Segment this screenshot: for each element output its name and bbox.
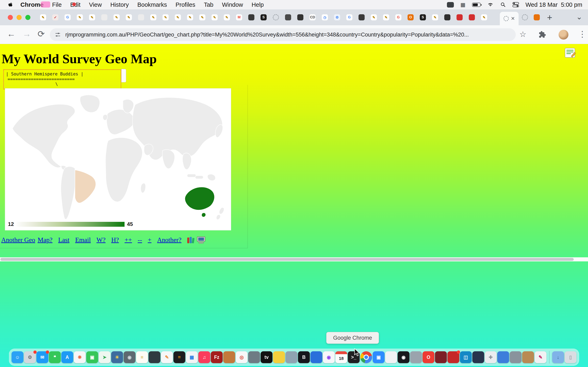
dock-chrome-icon[interactable] [360, 351, 372, 363]
tab-search-chevron-icon[interactable]: ⌄ [576, 13, 582, 21]
bookmark-star-icon[interactable]: ☆ [519, 30, 526, 39]
tab-check[interactable]: ✓ [52, 14, 58, 20]
dock-yellow-app-icon[interactable] [273, 351, 285, 363]
tab-dark[interactable] [444, 14, 450, 20]
dock-downloads-folder-icon[interactable]: ↓ [552, 351, 564, 363]
dock-apple-tv-icon[interactable]: tv [261, 351, 273, 363]
dock-music-icon[interactable]: ♫ [199, 351, 210, 363]
dock-photos-icon[interactable]: ❋ [74, 351, 86, 363]
apple-menu-icon[interactable] [8, 2, 13, 7]
forward-button[interactable]: → [22, 29, 31, 39]
back-button[interactable]: ← [7, 29, 16, 39]
dock-bbedit-icon[interactable]: B [298, 351, 310, 363]
menu-clock[interactable]: Wed 18 Mar 5:00 pm [526, 1, 582, 8]
spotlight-search-icon[interactable] [500, 2, 506, 8]
wifi-icon[interactable] [487, 2, 494, 7]
grid-menu-icon[interactable]: ▦ [460, 2, 466, 8]
dock-trash-icon[interactable]: ▯ [565, 351, 577, 363]
horizontal-scrollbar[interactable] [0, 257, 588, 261]
map-country-australia[interactable] [185, 187, 214, 210]
tab-pen[interactable]: ✎ [371, 14, 377, 20]
link---[interactable]: -- [138, 236, 142, 244]
dock-calendar-icon[interactable]: 18 [336, 351, 347, 363]
dock-filezilla-icon[interactable]: Fz [211, 351, 223, 363]
dock-dictionary-icon[interactable] [149, 351, 160, 363]
dock-mail-icon[interactable]: ✉ [36, 351, 48, 363]
input-source-icon[interactable] [447, 2, 454, 8]
tab-pen[interactable]: ✎ [126, 14, 132, 20]
dock-keynote-icon[interactable]: ▦ [186, 351, 198, 363]
tab-dark[interactable] [248, 14, 254, 20]
address-bar[interactable]: rjmprogramming.com.au/PHP/GeoChart/geo_c… [50, 28, 516, 41]
profile-avatar[interactable] [559, 30, 568, 40]
tab-dark[interactable] [359, 14, 365, 20]
dock-red-black-app-icon[interactable] [448, 351, 459, 363]
menu-app-name[interactable]: Chrome [20, 1, 43, 8]
tab-google[interactable]: G [395, 14, 401, 20]
site-settings-icon[interactable] [55, 32, 61, 38]
dock-white-app-icon[interactable] [385, 351, 397, 363]
tab-dark[interactable] [285, 14, 291, 20]
link-h?[interactable]: H? [111, 236, 119, 244]
menu-tab[interactable]: Tab [204, 1, 213, 8]
dock-weather-icon[interactable]: ☀ [111, 351, 123, 363]
dock-github-icon[interactable]: ◉ [398, 351, 410, 363]
tab-pen[interactable]: ✎ [113, 14, 120, 20]
dock-navy-app-icon[interactable] [472, 351, 484, 363]
new-tab-button[interactable]: + [544, 12, 556, 23]
dock-pages-icon[interactable]: ✎ [161, 351, 173, 363]
tab-gmail[interactable]: M [236, 14, 242, 20]
map-country-brazil[interactable] [75, 170, 96, 203]
dock-gray-paw-app-icon[interactable] [410, 351, 422, 363]
tab-dark[interactable] [297, 14, 303, 20]
link-email[interactable]: Email [75, 236, 91, 244]
dock-settings-icon[interactable]: ⚙ [24, 351, 36, 363]
link-map?[interactable]: Map? [38, 236, 52, 244]
dock-maps-icon[interactable]: ➤ [99, 351, 111, 363]
tab-dashed[interactable] [273, 14, 279, 20]
dock-orange-app-icon[interactable] [223, 351, 235, 363]
menu-help[interactable]: Help [251, 1, 264, 8]
books-icon[interactable] [187, 237, 195, 243]
minimize-window-button[interactable] [17, 15, 22, 20]
dock-docker-icon[interactable]: ◫ [460, 351, 472, 363]
active-tab[interactable]: ✕ [500, 12, 519, 25]
fullscreen-window-button[interactable] [25, 15, 30, 20]
menu-bookmarks[interactable]: Bookmarks [138, 1, 167, 8]
horizontal-scrollbar-thumb[interactable] [0, 258, 574, 261]
tab-settings[interactable]: ⚙ [334, 14, 340, 20]
dock-dark-red-app-icon[interactable] [435, 351, 447, 363]
url-text[interactable]: rjmprogramming.com.au/PHP/GeoChart/geo_c… [65, 32, 469, 38]
tab-pen[interactable]: ✎ [40, 14, 46, 20]
dock-finder-icon[interactable]: ☺ [12, 351, 24, 363]
dock-gray-app-icon[interactable] [510, 351, 522, 363]
world-map[interactable] [5, 89, 231, 230]
tab-blank[interactable] [101, 14, 107, 20]
menu-profiles[interactable]: Profiles [176, 1, 195, 8]
dock-zoom-icon[interactable]: ▣ [373, 351, 385, 363]
dock-podcasts-icon[interactable]: ◉ [323, 351, 335, 363]
link-last[interactable]: Last [58, 236, 69, 244]
tab-red[interactable] [457, 14, 463, 20]
battery-icon[interactable] [472, 3, 481, 7]
dock-brown-app-icon[interactable] [522, 351, 534, 363]
browser-menu-icon[interactable]: ⋮ [578, 29, 586, 39]
tab-orange[interactable] [534, 14, 540, 20]
tab-red[interactable] [469, 14, 475, 20]
tab-pen[interactable]: ✎ [432, 14, 438, 20]
tab-pen[interactable]: ✎ [383, 14, 389, 20]
computer-icon[interactable] [197, 236, 206, 243]
tab-dashed[interactable] [522, 14, 528, 20]
extensions-icon[interactable] [538, 31, 546, 39]
menu-history[interactable]: History [110, 1, 129, 8]
link-+[interactable]: + [148, 236, 151, 244]
tab-pen[interactable]: ✎ [199, 14, 205, 20]
dock-messages-icon[interactable]: ❝ [49, 351, 61, 363]
dock-notes-icon[interactable]: ≡ [136, 351, 148, 363]
tab-s-dark[interactable]: S [260, 14, 267, 20]
dock-blue-browser-icon[interactable] [311, 351, 322, 363]
dock-photo-booth-icon[interactable]: ◉ [124, 351, 136, 363]
tab-pen[interactable]: ✎ [77, 14, 83, 20]
tab-close-icon[interactable]: ✕ [511, 16, 515, 21]
link-++[interactable]: ++ [125, 236, 132, 244]
